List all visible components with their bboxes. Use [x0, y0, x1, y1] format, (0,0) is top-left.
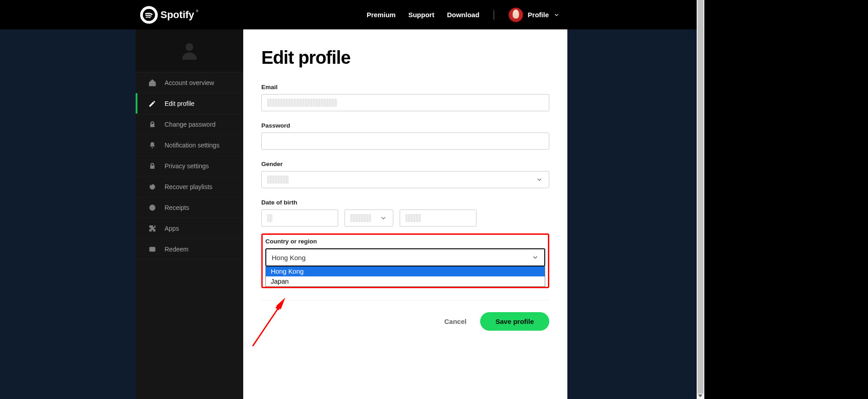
sidebar-item-label: Apps: [165, 225, 179, 232]
lock-icon: [148, 162, 156, 170]
country-label: Country or region: [265, 238, 545, 245]
vertical-scrollbar[interactable]: [697, 0, 704, 399]
sidebar-item-label: Receipts: [165, 204, 189, 211]
dob-month-select[interactable]: [344, 209, 393, 227]
country-option-japan[interactable]: Japan: [266, 276, 545, 286]
sidebar-item-label: Account overview: [165, 79, 214, 86]
refresh-icon: [148, 183, 156, 191]
page-title: Edit profile: [261, 48, 549, 68]
dob-month-wrap: [344, 209, 393, 227]
sidebar-item-label: Recover playlists: [165, 183, 212, 190]
sidebar-item-label: Redeem: [165, 246, 189, 253]
profile-menu[interactable]: Profile: [509, 8, 560, 22]
redacted-value: [267, 176, 289, 184]
home-icon: [148, 79, 156, 87]
profile-label: Profile: [528, 11, 549, 19]
sidebar-item-label: Change password: [165, 121, 216, 128]
country-option-hong-kong[interactable]: Hong Kong: [266, 266, 545, 276]
avatar-icon: [509, 8, 523, 22]
sidebar-item-apps[interactable]: Apps: [136, 218, 243, 239]
download-link[interactable]: Download: [447, 11, 480, 19]
account-sidebar: Account overview Edit profile Change pas…: [136, 29, 243, 399]
scroll-down-arrow-icon[interactable]: [698, 394, 703, 398]
dob-day-field[interactable]: [261, 209, 338, 227]
spotify-brand[interactable]: Spotify ®: [140, 6, 199, 24]
redacted-value: [267, 99, 337, 107]
dob-year-field[interactable]: [400, 209, 476, 227]
support-link[interactable]: Support: [408, 11, 434, 19]
svg-point-1: [186, 43, 193, 51]
password-label: Password: [261, 122, 549, 129]
chevron-down-icon: [553, 12, 560, 18]
cancel-button[interactable]: Cancel: [444, 318, 467, 325]
sidebar-item-receipts[interactable]: Receipts: [136, 197, 243, 218]
card-icon: [148, 245, 156, 253]
header-nav: Premium Support Download Profile: [367, 8, 560, 22]
sidebar-item-label: Edit profile: [165, 100, 194, 107]
registered-mark: ®: [196, 9, 198, 12]
sidebar-avatar-area: [136, 29, 243, 72]
spotify-logo-icon: [140, 6, 158, 24]
bell-icon: [148, 141, 156, 149]
global-header: Spotify ® Premium Support Download Profi…: [0, 0, 704, 29]
clock-icon: [148, 204, 156, 212]
country-dropdown-panel: Hong Kong Japan: [265, 266, 545, 287]
sidebar-item-notification-settings[interactable]: Notification settings: [136, 135, 243, 156]
sidebar-item-edit-profile[interactable]: Edit profile: [136, 93, 243, 114]
gender-select[interactable]: [261, 171, 549, 188]
redacted-value: [406, 214, 421, 222]
sidebar-item-change-password[interactable]: Change password: [136, 114, 243, 135]
save-profile-button[interactable]: Save profile: [480, 312, 549, 331]
premium-link[interactable]: Premium: [367, 11, 396, 19]
sidebar-item-label: Notification settings: [165, 142, 219, 149]
form-actions: Cancel Save profile: [261, 300, 549, 331]
country-selected-value: Hong Kong: [272, 254, 306, 261]
redacted-value: [267, 214, 273, 222]
user-placeholder-icon: [179, 40, 200, 62]
svg-rect-4: [150, 248, 155, 249]
country-select[interactable]: Hong Kong: [265, 248, 545, 266]
sidebar-item-account-overview[interactable]: Account overview: [136, 72, 243, 93]
dob-label: Date of birth: [261, 199, 549, 206]
sidebar-item-privacy-settings[interactable]: Privacy settings: [136, 156, 243, 176]
country-highlight-annotation: Country or region Hong Kong Hong Kong Ja…: [261, 233, 549, 288]
main-content: Edit profile Email Password Gender: [243, 29, 567, 399]
password-field[interactable]: [261, 133, 549, 150]
puzzle-icon: [148, 224, 156, 233]
brand-name: Spotify: [160, 9, 194, 21]
sidebar-item-recover-playlists[interactable]: Recover playlists: [136, 176, 243, 197]
nav-divider: [494, 10, 494, 19]
pencil-icon: [148, 100, 156, 108]
redacted-value: [350, 214, 371, 222]
sidebar-item-label: Privacy settings: [165, 162, 209, 170]
email-field[interactable]: [261, 94, 549, 111]
sidebar-item-redeem[interactable]: Redeem: [136, 239, 243, 260]
gender-label: Gender: [261, 161, 549, 167]
lock-icon: [148, 120, 156, 128]
scrollbar-thumb[interactable]: [698, 0, 703, 394]
email-label: Email: [261, 84, 549, 90]
